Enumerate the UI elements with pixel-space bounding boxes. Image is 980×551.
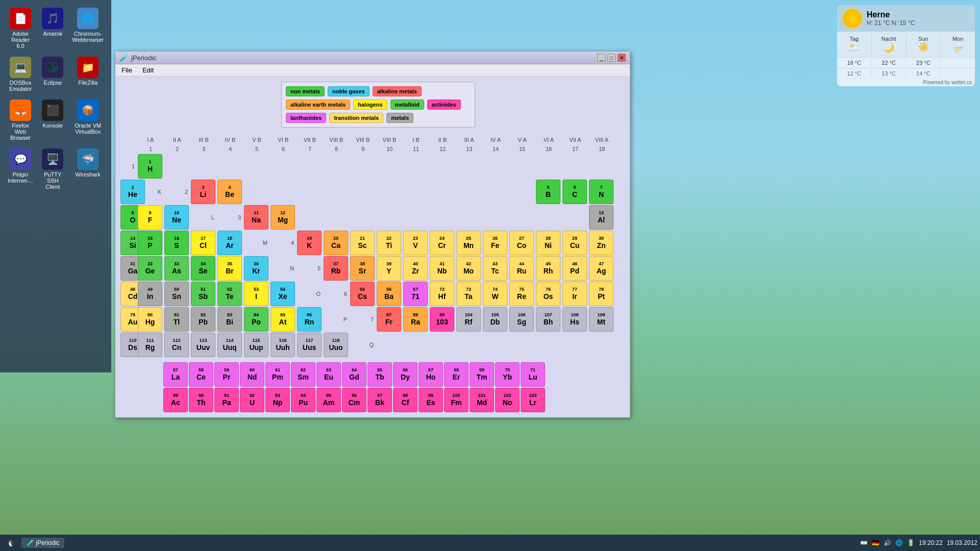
element-Lr[interactable]: 103Lr	[521, 388, 545, 412]
element-Fl[interactable]: 114Uuq	[217, 333, 242, 357]
element-Pm[interactable]: 61Pm	[265, 362, 290, 387]
element-Zn[interactable]: 30Zn	[589, 231, 614, 255]
element-Tc[interactable]: 43Tc	[483, 256, 507, 281]
element-Sm[interactable]: 62Sm	[291, 362, 315, 387]
element-Ba[interactable]: 56Ba	[377, 282, 401, 306]
element-Ti[interactable]: 22Ti	[377, 231, 401, 255]
element-Rg[interactable]: 111Rg	[138, 333, 162, 357]
element-F[interactable]: 9F	[138, 205, 162, 230]
element-K[interactable]: 19K	[297, 231, 322, 255]
element-Fr[interactable]: 87Fr	[377, 307, 401, 332]
icon-konsole[interactable]: ⬛ Konsole	[38, 97, 67, 143]
element-Be[interactable]: 4Be	[217, 180, 242, 204]
element-Pt[interactable]: 78Pt	[589, 282, 614, 306]
element-Uut[interactable]: 113Uuv	[191, 333, 215, 357]
element-Co[interactable]: 27Co	[509, 231, 534, 255]
taskbar-jperiodic-app[interactable]: 🧪 jPeriodic	[21, 538, 64, 548]
element-Tl[interactable]: 81Tl	[164, 307, 189, 332]
element-Mo[interactable]: 42Mo	[456, 256, 481, 281]
element-B[interactable]: 5B	[536, 180, 560, 204]
legend-transition-metals[interactable]: transition metals	[329, 113, 383, 123]
element-Pb[interactable]: 82Pb	[191, 307, 215, 332]
element-Ac[interactable]: 89Ac	[163, 388, 188, 412]
element-Sc[interactable]: 21Sc	[350, 231, 375, 255]
legend-alkaline-earth-metals[interactable]: alkaline earth metals	[286, 99, 350, 110]
element-Te[interactable]: 52Te	[217, 282, 242, 306]
element-Uuo[interactable]: 118Uuo	[324, 333, 348, 357]
element-Po[interactable]: 84Po	[244, 307, 268, 332]
icon-pidgin[interactable]: 💬 Pidgin Internet-...	[5, 146, 36, 192]
element-Rb[interactable]: 37Rb	[324, 256, 348, 281]
element-Ag[interactable]: 47Ag	[589, 256, 614, 281]
icon-wireshark[interactable]: 🦈 Wireshark	[69, 146, 106, 192]
element-Pr[interactable]: 59Pr	[214, 362, 239, 387]
element-Cf[interactable]: 98Cf	[393, 388, 418, 412]
element-Lv[interactable]: 116Uuh	[271, 333, 295, 357]
element-Ni[interactable]: 28Ni	[536, 231, 560, 255]
icon-oracle[interactable]: 📦 Oracle VM VirtualBox	[69, 97, 106, 143]
icon-firefox[interactable]: 🦊 Firefox Web Browser	[5, 97, 36, 143]
element-Ce[interactable]: 58Ce	[189, 362, 213, 387]
element-Db[interactable]: 105Db	[483, 307, 507, 332]
element-Uus[interactable]: 117Uus	[297, 333, 322, 357]
element-Mt[interactable]: 109Mt	[589, 307, 614, 332]
element-No[interactable]: 102No	[495, 388, 520, 412]
icon-eclipse[interactable]: 🌑 Eclipse	[38, 54, 67, 94]
element-Hg[interactable]: 80Hg	[138, 307, 162, 332]
element-Cr[interactable]: 24Cr	[430, 231, 454, 255]
element-Eu[interactable]: 63Eu	[316, 362, 341, 387]
element-P[interactable]: 15P	[138, 231, 162, 255]
element-Ge[interactable]: 32Ge	[138, 256, 162, 281]
menu-edit[interactable]: Edit	[140, 65, 156, 75]
element-Bi[interactable]: 83Bi	[217, 307, 242, 332]
element-Kr[interactable]: 36Kr	[244, 256, 268, 281]
element-Li[interactable]: 3Li	[191, 180, 215, 204]
icon-chromium[interactable]: 🌐 Chromium-Webbrowser	[69, 5, 106, 52]
legend-metals[interactable]: metals	[386, 113, 413, 123]
element-Pu[interactable]: 94Pu	[291, 388, 315, 412]
element-Es[interactable]: 99Es	[419, 388, 443, 412]
element-S[interactable]: 16S	[164, 231, 189, 255]
element-Fm[interactable]: 100Fm	[444, 388, 469, 412]
element-Hs[interactable]: 108Hs	[562, 307, 587, 332]
element-Er[interactable]: 68Er	[444, 362, 469, 387]
element-Sg[interactable]: 106Sg	[509, 307, 534, 332]
element-Dy[interactable]: 66Dy	[393, 362, 418, 387]
element-Ho[interactable]: 67Ho	[419, 362, 443, 387]
taskbar-start-button[interactable]: 🐧	[3, 538, 19, 548]
element-Uup[interactable]: 115Uup	[244, 333, 268, 357]
element-Cm[interactable]: 96Cm	[342, 388, 366, 412]
element-Re[interactable]: 75Re	[509, 282, 534, 306]
legend-lanthanides[interactable]: lanthanides	[286, 113, 326, 123]
legend-nonmetals[interactable]: non metals	[286, 86, 325, 96]
element-Zr[interactable]: 40Zr	[403, 256, 428, 281]
element-Bk[interactable]: 97Bk	[368, 388, 392, 412]
element-V[interactable]: 23V	[403, 231, 428, 255]
element-Sn[interactable]: 50Sn	[164, 282, 189, 306]
element-I[interactable]: 53I	[244, 282, 268, 306]
element-Ta[interactable]: 73Ta	[456, 282, 481, 306]
element-Rn[interactable]: 86Rn	[297, 307, 322, 332]
element-H[interactable]: 1H	[138, 154, 162, 179]
element-Np[interactable]: 93Np	[265, 388, 290, 412]
element-Mn[interactable]: 25Mn	[456, 231, 481, 255]
element-Th[interactable]: 90Th	[189, 388, 213, 412]
window-maximize-button[interactable]: □	[607, 54, 616, 62]
element-N[interactable]: 7N	[589, 180, 614, 204]
element-Pa[interactable]: 91Pa	[214, 388, 239, 412]
element-C[interactable]: 6C	[562, 180, 587, 204]
icon-dosbox[interactable]: 💻 DOSBox Emulator	[5, 54, 36, 94]
icon-amarok[interactable]: 🎵 Amarok	[38, 5, 67, 52]
icon-filezilla[interactable]: 📁 FileZilla	[69, 54, 106, 94]
element-Am[interactable]: 95Am	[316, 388, 341, 412]
legend-noble-gases[interactable]: noble gases	[328, 86, 370, 96]
legend-actinides[interactable]: actinides	[427, 99, 461, 110]
element-Rh[interactable]: 45Rh	[536, 256, 560, 281]
element-Ca[interactable]: 20Ca	[324, 231, 348, 255]
element-As[interactable]: 33As	[164, 256, 189, 281]
element-Tb[interactable]: 65Tb	[368, 362, 392, 387]
window-minimize-button[interactable]: _	[597, 54, 605, 62]
element-Al[interactable]: 13Al	[589, 205, 614, 230]
element-Cs[interactable]: 55Cs	[350, 282, 375, 306]
element-Ar[interactable]: 18Ar	[217, 231, 242, 255]
